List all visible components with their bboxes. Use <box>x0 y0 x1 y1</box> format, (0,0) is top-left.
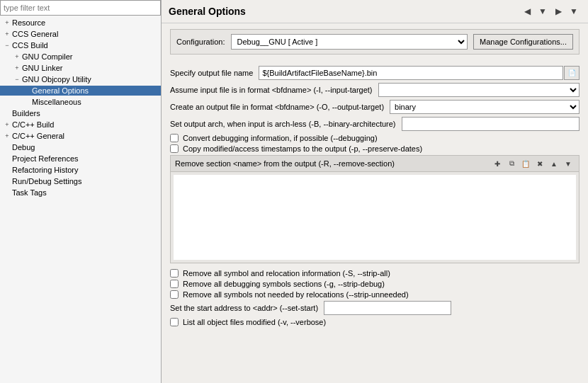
remove-section-box: Remove section <name> from the output (-… <box>170 155 579 263</box>
timestamps-checkbox[interactable] <box>170 144 179 153</box>
tree-item-project-references[interactable]: Project References <box>0 153 161 164</box>
expand-icon-miscellaneous <box>23 98 31 106</box>
manage-configurations-button[interactable]: Manage Configurations... <box>473 34 573 50</box>
tree-item-builders[interactable]: Builders <box>0 108 161 119</box>
expand-icon-debug <box>3 143 11 152</box>
tree-item-debug[interactable]: Debug <box>0 142 161 153</box>
section-add-button[interactable]: ✚ <box>491 158 504 169</box>
tree-item-ccs-general[interactable]: +CCS General <box>0 28 161 40</box>
tree-item-task-tags[interactable]: Task Tags <box>0 187 161 198</box>
strip-debug-row: Remove all debugging symbols sections (-… <box>170 280 579 288</box>
tree-item-text-gnu-linker: GNU Linker <box>22 64 62 72</box>
start-addr-input[interactable] <box>324 301 451 315</box>
output-file-input-group: 📄 <box>259 66 579 80</box>
output-format-select[interactable]: binary <box>390 100 579 114</box>
forward-button[interactable]: ▶ <box>551 4 565 18</box>
section-delete-button[interactable]: ✖ <box>533 158 546 169</box>
tree-item-resource[interactable]: +Resource <box>0 17 161 28</box>
tree-item-label-debug[interactable]: Debug <box>0 142 161 152</box>
section-up-button[interactable]: ▲ <box>548 158 560 169</box>
tree-item-label-resource[interactable]: +Resource <box>0 18 161 28</box>
tree-item-miscellaneous[interactable]: Miscellaneous <box>0 96 161 108</box>
strip-debug-label: Remove all debugging symbols sections (-… <box>183 280 385 288</box>
right-header: General Options ◀ ▼ ▶ ▼ <box>162 0 588 23</box>
tree-item-label-builders[interactable]: Builders <box>0 108 161 118</box>
strip-all-row: Remove all symbol and relocation informa… <box>170 269 579 278</box>
tree-item-text-general-options: General Options <box>32 86 89 95</box>
strip-unneeded-checkbox[interactable] <box>170 290 179 299</box>
tree-item-label-refactoring-history[interactable]: Refactoring History <box>0 165 161 175</box>
tree-item-text-builders: Builders <box>12 109 40 118</box>
tree-item-run-debug-settings[interactable]: Run/Debug Settings <box>0 176 161 187</box>
strip-all-label: Remove all symbol and relocation informa… <box>183 269 390 278</box>
section-copy-button[interactable]: ⧉ <box>505 158 518 169</box>
tree-item-label-ccs-general[interactable]: +CCS General <box>0 29 161 39</box>
tree-item-label-project-references[interactable]: Project References <box>0 154 161 164</box>
tree-item-label-miscellaneous[interactable]: Miscellaneous <box>0 97 161 107</box>
strip-all-checkbox[interactable] <box>170 269 179 278</box>
remove-section-title: Remove section <name> from the output (-… <box>175 159 395 168</box>
strip-debug-checkbox[interactable] <box>170 280 179 288</box>
debug-checkbox-row: Convert debugging information, if possib… <box>170 134 579 142</box>
tree-item-general-options[interactable]: General Options <box>0 85 161 96</box>
section-paste-button[interactable]: 📋 <box>519 158 532 169</box>
back-button[interactable]: ◀ <box>520 4 534 18</box>
expand-icon-task-tags <box>3 188 11 197</box>
output-format-row: Create an output file in format <bfdname… <box>170 100 579 114</box>
forward-dropdown[interactable]: ▼ <box>567 4 581 18</box>
verbose-checkbox[interactable] <box>170 318 179 326</box>
output-file-input[interactable] <box>259 66 563 80</box>
tree-item-cpp-build[interactable]: +C/C++ Build <box>0 119 161 130</box>
right-toolbar: ◀ ▼ ▶ ▼ <box>520 4 581 18</box>
tree-item-text-task-tags: Task Tags <box>12 188 47 197</box>
expand-icon-ccs-build: − <box>3 41 11 50</box>
expand-icon-cpp-build: + <box>3 120 11 129</box>
expand-icon-gnu-objcopy: − <box>13 75 21 84</box>
tree-item-cpp-general[interactable]: +C/C++ General <box>0 130 161 142</box>
debug-checkbox-label: Convert debugging information, if possib… <box>183 134 378 142</box>
output-arch-input[interactable] <box>402 117 579 131</box>
timestamps-checkbox-row: Copy modified/access timestamps to the o… <box>170 144 579 153</box>
filter-input[interactable] <box>0 0 161 16</box>
debug-checkbox[interactable] <box>170 134 179 142</box>
section-box-toolbar: ✚ ⧉ 📋 ✖ ▲ ▼ <box>491 158 575 169</box>
right-panel: General Options ◀ ▼ ▶ ▼ Configuration: D… <box>162 0 588 383</box>
tree-item-label-gnu-linker[interactable]: +GNU Linker <box>0 63 161 73</box>
output-format-label: Create an output file in format <bfdname… <box>170 103 384 111</box>
expand-icon-resource: + <box>3 18 11 27</box>
output-arch-row: Set output arch, when input is arch-less… <box>170 117 579 131</box>
tree-item-label-cpp-build[interactable]: +C/C++ Build <box>0 120 161 130</box>
expand-icon-cpp-general: + <box>3 132 11 140</box>
tree-item-text-cpp-general: C/C++ General <box>12 132 64 140</box>
tree-item-label-gnu-objcopy[interactable]: −GNU Objcopy Utility <box>0 74 161 84</box>
left-panel: +Resource+CCS General−CCS Build+GNU Comp… <box>0 0 162 383</box>
tree-item-label-general-options[interactable]: General Options <box>0 86 161 96</box>
right-content: Configuration: Debug__GNU [ Active ] Man… <box>162 23 588 383</box>
tree-item-label-cpp-general[interactable]: +C/C++ General <box>0 131 161 141</box>
tree-item-label-ccs-build[interactable]: −CCS Build <box>0 40 161 50</box>
tree-item-text-gnu-compiler: GNU Compiler <box>22 52 73 61</box>
tree-item-label-run-debug-settings[interactable]: Run/Debug Settings <box>0 176 161 186</box>
tree-item-text-gnu-objcopy: GNU Objcopy Utility <box>22 75 91 84</box>
config-label: Configuration: <box>176 38 225 46</box>
start-addr-row: Set the start address to <addr> (--set-s… <box>170 301 579 315</box>
tree-item-label-gnu-compiler[interactable]: +GNU Compiler <box>0 52 161 62</box>
tree-item-refactoring-history[interactable]: Refactoring History <box>0 164 161 176</box>
section-down-button[interactable]: ▼ <box>562 158 575 169</box>
input-format-row: Assume input file is in format <bfdname>… <box>170 83 579 97</box>
output-file-browse-button[interactable]: 📄 <box>564 66 579 80</box>
expand-icon-general-options <box>23 86 31 95</box>
tree-item-gnu-compiler[interactable]: +GNU Compiler <box>0 51 161 62</box>
expand-icon-refactoring-history <box>3 166 11 174</box>
tree-item-ccs-build[interactable]: −CCS Build <box>0 40 161 51</box>
tree-item-text-resource: Resource <box>12 18 45 27</box>
page-title: General Options <box>169 6 246 17</box>
input-format-select[interactable] <box>378 83 579 97</box>
config-select[interactable]: Debug__GNU [ Active ] <box>231 34 468 50</box>
verbose-label: List all object files modified (-v, --ve… <box>183 318 326 326</box>
tree-item-gnu-objcopy[interactable]: −GNU Objcopy Utility <box>0 74 161 85</box>
tree-item-label-task-tags[interactable]: Task Tags <box>0 188 161 198</box>
expand-icon-ccs-general: + <box>3 30 11 38</box>
back-dropdown[interactable]: ▼ <box>536 4 550 18</box>
tree-item-gnu-linker[interactable]: +GNU Linker <box>0 62 161 74</box>
